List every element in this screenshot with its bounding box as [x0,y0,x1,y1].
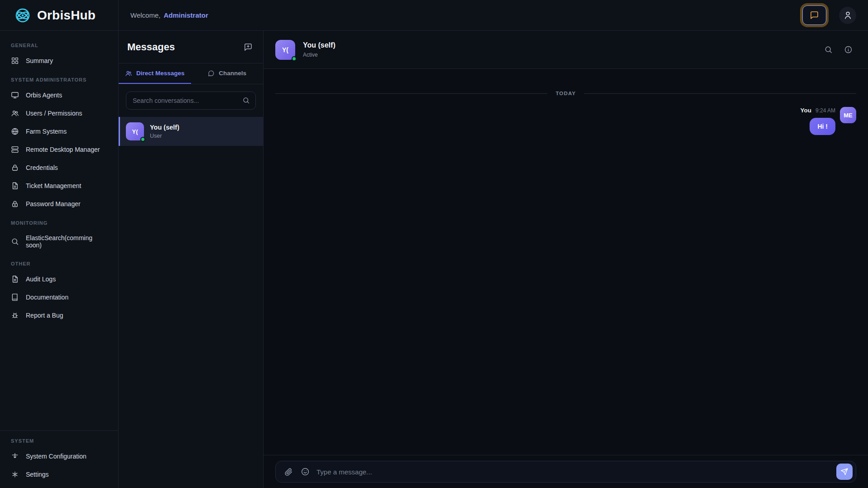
divider-line [275,93,547,94]
search-conversations-input[interactable] [126,92,256,110]
header-main: Welcome,Administrator [119,0,868,30]
sidebar-section-label: GENERAL [0,35,118,52]
chat-bubble-icon [810,10,819,20]
sidebar-item-label: Documentation [26,294,68,301]
sidebar-item-label: Credentials [26,164,58,171]
attach-file-button[interactable] [283,466,294,477]
tab-label: Direct Messages [136,70,185,77]
conversation-item[interactable]: Y(You (self)User [119,117,263,146]
sidebar-section-label: OTHER [0,254,118,270]
sidebar-item-credentials[interactable]: Credentials [0,159,118,177]
sidebar-item-users-permissions[interactable]: Users / Permissions [0,104,118,122]
chat-header-actions [820,42,856,58]
sidebar-item-label: ElasticSearch(comming soon) [26,234,107,249]
search-icon [11,237,19,246]
sidebar-item-remote-desktop-manager[interactable]: Remote Desktop Manager [0,140,118,159]
tab-channels[interactable]: Channels [191,63,264,84]
sidebar-item-system-configuration[interactable]: System Configuration [0,447,118,465]
person-icon [843,10,853,20]
header-actions [802,5,856,25]
date-divider: TODAY [275,91,856,96]
tab-direct-messages[interactable]: Direct Messages [119,63,191,84]
sidebar-item-report-a-bug[interactable]: Report a Bug [0,306,118,324]
messages-toggle-button[interactable] [802,5,826,25]
brand-name: OrbisHub [37,8,96,23]
emoji-button[interactable] [300,466,311,477]
sidebar-item-orbis-agents[interactable]: Orbis Agents [0,86,118,104]
sidebar-item-label: Farm Systems [26,128,67,135]
conversation-list: Y(You (self)User [119,117,263,488]
sidebar-item-audit-logs[interactable]: Audit Logs [0,270,118,288]
sidebar-item-settings[interactable]: Settings [0,465,118,483]
message-sender: You [800,107,811,114]
sidebar-item-label: Orbis Agents [26,92,62,99]
sidebar-item-label: Report a Bug [26,312,63,319]
globe-icon [11,127,19,135]
chat-header: Y( You (self) Active [264,31,868,69]
sidebar-section-label: SYSTEM [0,431,118,447]
sidebar-spacer [0,324,118,430]
sidebar-item-label: Ticket Management [26,182,81,189]
message-bubble: Hi ! [810,118,835,135]
sidebar-item-summary[interactable]: Summary [0,52,118,70]
date-divider-label: TODAY [556,91,576,96]
chat-message-list: TODAY You9:24 AMHi !ME [264,69,868,455]
sidebar-item-farm-systems[interactable]: Farm Systems [0,122,118,140]
sidebar-section-label: SYSTEM ADMINISTRATORS [0,70,118,86]
message-content: You9:24 AMHi ! [800,107,835,135]
message-timestamp: 9:24 AM [815,107,835,114]
welcome-prefix: Welcome, [130,11,160,19]
top-header: OrbisHub Welcome,Administrator [0,0,868,31]
chat-search-button[interactable] [820,42,836,58]
chat-bubble-icon [207,70,215,77]
sidebar-item-ticket-management[interactable]: Ticket Management [0,177,118,195]
chat-peer-status: Active [303,52,336,58]
sidebar-item-password-manager[interactable]: Password Manager [0,195,118,213]
online-status-dot [292,56,297,61]
conversation-info: You (self)User [150,124,179,139]
conversation-tabs: Direct MessagesChannels [119,63,263,84]
sidebar-item-elasticsearch-comming-soon[interactable]: ElasticSearch(comming soon) [0,229,118,254]
info-icon [844,45,853,54]
sidebar-item-documentation[interactable]: Documentation [0,288,118,306]
chat-area: Y( You (self) Active TODAY [264,31,868,488]
sidebar-item-label: System Configuration [26,453,86,460]
asterisk-icon [11,470,19,478]
sidebar-bottom-section: SYSTEMSystem ConfigurationSettings [0,430,118,488]
lock-keyhole-icon [11,200,19,208]
conversation-name: You (self) [150,124,179,131]
file-text-icon [11,275,19,283]
tool-icon [11,452,19,460]
sidebar-item-label: Settings [26,471,49,478]
search-icon [242,97,250,104]
chat-peer-avatar: Y( [275,40,295,60]
sidebar: GENERALSummarySYSTEM ADMINISTRATORSOrbis… [0,31,119,488]
sidebar-section-label: MONITORING [0,213,118,229]
message-input[interactable] [317,468,830,476]
chat-message: You9:24 AMHi !ME [275,107,856,135]
divider-line [584,93,856,94]
lock-icon [11,164,19,172]
smiley-icon [301,467,310,476]
brand: OrbisHub [0,0,119,30]
search-icon [824,45,833,54]
avatar-initials: Y( [132,128,138,135]
tab-label: Channels [219,70,246,77]
user-menu-button[interactable] [839,7,856,24]
sidebar-item-label: Audit Logs [26,275,56,283]
conversation-search [126,92,256,110]
message-header: You9:24 AM [800,107,835,114]
paperclip-icon [284,467,293,476]
new-message-button[interactable] [242,41,254,53]
avatar-initials: ME [844,112,853,119]
welcome-username: Administrator [163,11,208,19]
chat-info-button[interactable] [840,42,856,58]
monitor-icon [11,91,19,99]
conversation-subtitle: User [150,133,179,139]
messages-title: Messages [127,41,175,53]
chat-peer-info: You (self) Active [303,41,336,58]
avatar-initials: Y( [282,46,288,53]
send-button[interactable] [836,464,853,480]
chat-peer-name: You (self) [303,41,336,49]
online-status-dot [140,137,145,142]
